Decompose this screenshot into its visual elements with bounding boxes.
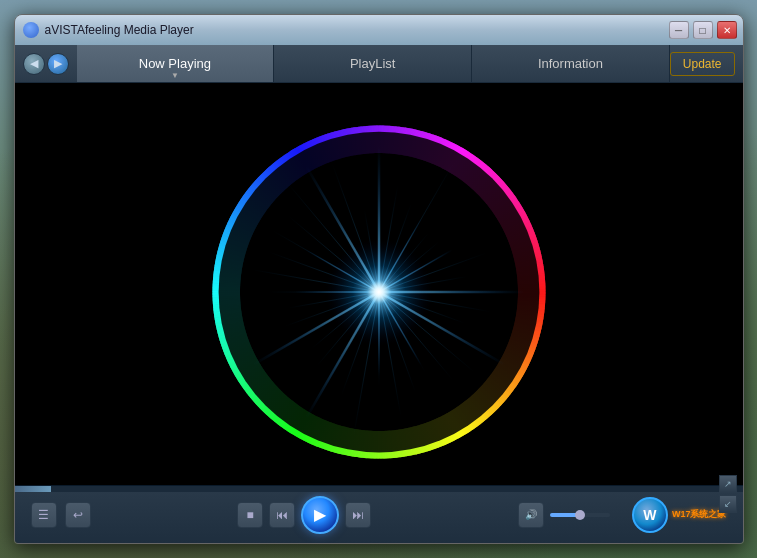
maximize-button[interactable]: □: [693, 21, 713, 39]
nav-tabs: Now Playing PlayList Information: [77, 45, 670, 82]
nav-arrows: ◀ ▶: [15, 53, 77, 75]
back-button[interactable]: ◀: [23, 53, 45, 75]
tab-playlist[interactable]: PlayList: [274, 45, 472, 82]
resize-down-button[interactable]: ↙: [719, 495, 737, 513]
return-button[interactable]: ↩: [65, 502, 91, 528]
resize-up-button[interactable]: ↗: [719, 475, 737, 493]
vista-ball-text: W: [643, 507, 656, 523]
visualization-area: [15, 83, 743, 485]
prev-button[interactable]: ⏮: [269, 502, 295, 528]
vista-logo: W W17系统之家: [632, 497, 727, 533]
close-button[interactable]: ✕: [717, 21, 737, 39]
volume-thumb: [575, 510, 585, 520]
app-icon: [23, 22, 39, 38]
minimize-button[interactable]: ─: [669, 21, 689, 39]
volume-slider[interactable]: [550, 513, 610, 517]
playlist-button[interactable]: ☰: [31, 502, 57, 528]
window-controls: ─ □ ✕: [669, 21, 737, 39]
controls-center: ■ ⏮ ▶ ⏭: [237, 496, 371, 534]
window-title: aVISTAfeeling Media Player: [45, 23, 194, 37]
resize-buttons: ↗ ↙: [719, 475, 737, 513]
progress-bar-fill: [15, 486, 51, 492]
visualization-canvas: [15, 83, 743, 485]
vista-ball-icon: W: [632, 497, 668, 533]
main-window: aVISTAfeeling Media Player ─ □ ✕ ◀ ▶ Now…: [14, 14, 744, 544]
nav-bar: ◀ ▶ Now Playing PlayList Information Upd…: [15, 45, 743, 83]
progress-bar-container[interactable]: [15, 486, 743, 492]
play-button[interactable]: ▶: [301, 496, 339, 534]
next-button[interactable]: ⏭: [345, 502, 371, 528]
control-bar: ☰ ↩ ■ ⏮ ▶ ⏭ 🔊 W W17系统之家 ↗ ↙: [15, 485, 743, 543]
controls-left: ☰ ↩: [31, 502, 91, 528]
title-bar: aVISTAfeeling Media Player ─ □ ✕: [15, 15, 743, 45]
forward-button[interactable]: ▶: [47, 53, 69, 75]
controls-right: 🔊 W W17系统之家: [518, 497, 727, 533]
tab-information[interactable]: Information: [472, 45, 670, 82]
title-bar-left: aVISTAfeeling Media Player: [23, 22, 194, 38]
update-button[interactable]: Update: [670, 52, 735, 76]
volume-button[interactable]: 🔊: [518, 502, 544, 528]
stop-button[interactable]: ■: [237, 502, 263, 528]
tab-now-playing[interactable]: Now Playing: [77, 45, 275, 82]
